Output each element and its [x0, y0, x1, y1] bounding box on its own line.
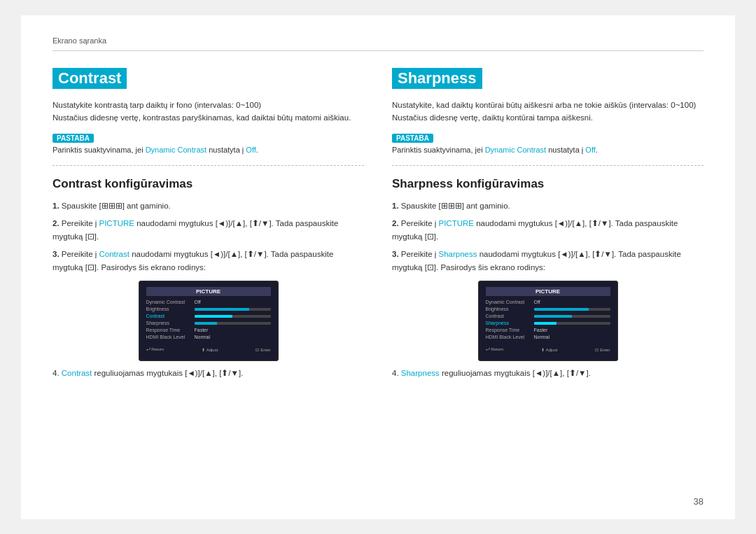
sharpness-note-after: nustatyta į [546, 146, 585, 154]
breadcrumb: Ekrano sąranka [52, 36, 704, 45]
contrast-step4: 4. Contrast reguliuojamas mygtukais [◄)]… [52, 368, 364, 378]
sharpness-screen-rows: Dynamic Contrast Off Brightness Contrast [486, 300, 610, 343]
sharpness-desc-line2: Nustačius didesnę vertę, daiktų kontūrai… [392, 113, 593, 122]
screen-row-response: Response Time Faster [146, 328, 271, 332]
sharpness-screen-title: PICTURE [486, 287, 610, 296]
contrast-divider [52, 165, 364, 166]
contrast-note-badge: PASTABA [52, 134, 94, 143]
sharpness-screen-bottom: ⮐ Return ⬆ Adjust ⊡ Enter [486, 347, 610, 352]
contrast-note-link2: Off [246, 146, 255, 154]
sharpness-divider [392, 165, 704, 166]
screen-row-dynamic-contrast: Dynamic Contrast Off [146, 300, 271, 304]
screen-row-hdmi-r: HDMI Black Level Normal [486, 335, 610, 339]
sharpness-step4: 4. Sharpness reguliuojamas mygtukais [◄)… [392, 368, 704, 378]
contrast-screen-bottom: ⮐ Return ⬆ Adjust ⊡ Enter [146, 347, 271, 352]
contrast-note-end: . [256, 146, 258, 154]
screen-row-hdmi: HDMI Black Level Normal [146, 335, 271, 339]
contrast-step1: 1. Spauskite [⊞⊞⊞] ant gaminio. [52, 199, 364, 213]
contrast-desc-line2: Nustačius didesnę vertę, kontrastas pary… [52, 113, 351, 122]
screen-row-contrast-r: Contrast [486, 314, 610, 318]
sharpness-config-title: Sharpness konfigūravimas [392, 177, 704, 191]
contrast-note-text: Parinktis suaktyvinama, jei Dynamic Cont… [52, 146, 364, 154]
contrast-screen-title: PICTURE [146, 287, 271, 296]
contrast-section: Contrast Nustatykite kontrastą tarp daik… [52, 68, 364, 379]
sharpness-steps: 1. Spauskite [⊞⊞⊞] ant gaminio. 2. Perei… [392, 199, 704, 275]
contrast-steps: 1. Spauskite [⊞⊞⊞] ant gaminio. 2. Perei… [52, 199, 364, 275]
sharpness-screen: PICTURE Dynamic Contrast Off Brightness … [478, 281, 618, 361]
contrast-step2: 2. Pereikite į PICTURE naudodami mygtuku… [52, 217, 364, 244]
sharpness-step2: 2. Pereikite į PICTURE naudodami mygtuku… [392, 217, 704, 244]
sharpness-note-before: Parinktis suaktyvinama, jei [392, 146, 485, 154]
contrast-note-link: Dynamic Contrast [146, 146, 206, 154]
page-number: 38 [694, 496, 704, 507]
sharpness-desc: Nustatykite, kad daiktų kontūrai būtų ai… [392, 99, 704, 125]
screen-row-brightness-r: Brightness [486, 307, 610, 311]
top-divider [52, 50, 704, 51]
screen-row-sharpness-active-r: Sharpness [486, 321, 610, 325]
contrast-screen: PICTURE Dynamic Contrast Off Brightness … [139, 281, 279, 361]
sharpness-desc-line1: Nustatykite, kad daiktų kontūrai būtų ai… [392, 101, 696, 109]
screen-row-dynamic-contrast-r: Dynamic Contrast Off [486, 300, 610, 304]
sharpness-note-end: . [596, 146, 598, 154]
screen-row-brightness: Brightness [146, 307, 271, 311]
contrast-title: Contrast [52, 68, 127, 89]
page: Ekrano sąranka Contrast Nustatykite kont… [21, 15, 735, 519]
sharpness-note-text: Parinktis suaktyvinama, jei Dynamic Cont… [392, 146, 704, 154]
two-column-layout: Contrast Nustatykite kontrastą tarp daik… [52, 68, 704, 379]
contrast-desc-line1: Nustatykite kontrastą tarp daiktų ir fon… [52, 101, 261, 109]
screen-row-sharpness: Sharpness [146, 321, 271, 325]
sharpness-note-badge: PASTABA [392, 134, 433, 143]
contrast-screen-rows: Dynamic Contrast Off Brightness Contrast [146, 300, 271, 343]
contrast-note-before: Parinktis suaktyvinama, jei [52, 146, 146, 154]
screen-row-response-r: Response Time Faster [486, 328, 610, 332]
sharpness-step1: 1. Spauskite [⊞⊞⊞] ant gaminio. [392, 199, 704, 213]
sharpness-section: Sharpness Nustatykite, kad daiktų kontūr… [392, 68, 704, 379]
contrast-note-after: nustatyta į [206, 146, 246, 154]
sharpness-title: Sharpness [392, 68, 482, 89]
contrast-step3: 3. Pereikite į Contrast naudodami mygtuk… [52, 248, 364, 275]
contrast-desc: Nustatykite kontrastą tarp daiktų ir fon… [52, 99, 364, 125]
sharpness-note-link2: Off [585, 146, 595, 154]
screen-row-contrast-active: Contrast [146, 314, 271, 318]
sharpness-step3: 3. Pereikite į Sharpness naudodami mygtu… [392, 248, 704, 275]
sharpness-note-link: Dynamic Contrast [485, 146, 546, 154]
contrast-config-title: Contrast konfigūravimas [52, 177, 364, 191]
